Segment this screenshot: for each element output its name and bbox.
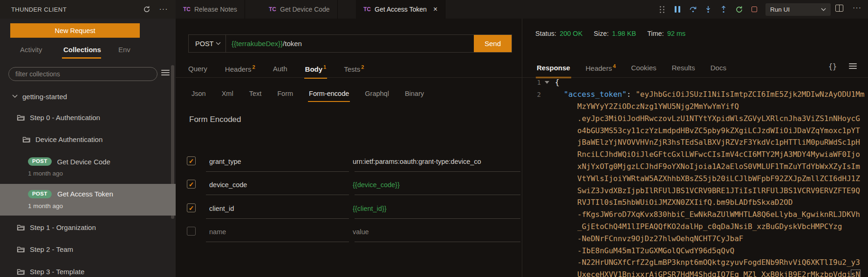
tab-release-notes[interactable]: TC Release Notes bbox=[176, 0, 245, 19]
checkbox-checked[interactable]: ✓ bbox=[187, 203, 196, 212]
headers-count-badge: 4 bbox=[613, 63, 615, 69]
folder-step2-team[interactable]: Step 2 - Team bbox=[0, 242, 176, 256]
folder-device-authentication[interactable]: Device Authentication bbox=[0, 132, 176, 146]
token-text: -N22HrUNGXfCrfZ2gLmBP3knpt6mOQktgzyuvFog… bbox=[577, 258, 860, 267]
folder-step0-authentication[interactable]: Step 0 - Authentication bbox=[0, 110, 176, 124]
tab-auth[interactable]: Auth bbox=[273, 65, 287, 74]
pause-icon[interactable] bbox=[673, 5, 682, 14]
form-key-field[interactable]: client_id bbox=[209, 205, 234, 212]
request-timestamp: 1 month ago bbox=[28, 203, 63, 209]
form-key-field[interactable]: device_code bbox=[209, 181, 247, 189]
tab-binary[interactable]: Binary bbox=[405, 90, 424, 99]
tab-json[interactable]: Json bbox=[191, 90, 206, 99]
restart-icon[interactable] bbox=[735, 5, 743, 14]
token-text: xNjYxOTg0MjgzLCJhdF9oYXNoIjoia1A2aEloS0V… bbox=[577, 162, 860, 171]
step-over-icon[interactable] bbox=[689, 5, 697, 14]
tab-text[interactable]: Text bbox=[249, 90, 262, 99]
request-get-device-code[interactable]: POST Get Device Code bbox=[0, 155, 176, 169]
run-ui-dropdown[interactable]: Run UI bbox=[765, 3, 831, 16]
tab-form-encode[interactable]: Form-encode bbox=[309, 90, 349, 99]
size-label: Size: bbox=[594, 30, 608, 37]
form-key-field[interactable]: grant_type bbox=[209, 158, 241, 165]
token-text: _GjEtoChQ4M1lIPEAQQfKO2dalHp_c0qDaJNsiB_… bbox=[577, 222, 842, 231]
sidebar-more-icon[interactable]: ··· bbox=[158, 4, 169, 14]
folder-icon bbox=[17, 246, 25, 253]
code-line: 1 { bbox=[522, 76, 868, 88]
response-body-code: 1 { 2 "access_token": "eyJhbGciOiJSUzI1N… bbox=[522, 76, 868, 277]
close-tab-icon[interactable]: × bbox=[433, 5, 437, 14]
collection-getting-started[interactable]: getting-started bbox=[0, 89, 176, 103]
tab-results[interactable]: Results bbox=[672, 64, 695, 74]
folder-icon bbox=[22, 136, 31, 143]
tab-xml[interactable]: Xml bbox=[222, 90, 233, 99]
form-encoded-heading: Form Encoded bbox=[189, 115, 241, 124]
filter-menu-icon[interactable] bbox=[161, 70, 170, 77]
headers-count-badge: 2 bbox=[253, 64, 255, 70]
response-menu-icon[interactable] bbox=[849, 63, 857, 70]
tab-response[interactable]: Response bbox=[537, 64, 570, 74]
checkbox-unchecked[interactable]: ✓ bbox=[187, 227, 196, 236]
refresh-icon[interactable] bbox=[142, 4, 152, 14]
tab-get-device-code[interactable]: TC Get Device Code bbox=[261, 0, 338, 19]
step-out-icon[interactable] bbox=[719, 5, 728, 14]
top-bar: THUNDER CLIENT ··· TC Release Notes TC G… bbox=[0, 0, 868, 19]
tab-tests[interactable]: Tests2 bbox=[344, 64, 364, 75]
json-key: "access_token" bbox=[564, 90, 627, 99]
field-underline bbox=[355, 218, 520, 219]
form-value-field[interactable]: {{client_id}} bbox=[353, 205, 519, 212]
form-value-field[interactable]: value bbox=[353, 228, 519, 236]
url-input[interactable]: {{terrakubeDex}}/token bbox=[226, 35, 474, 52]
sidebar-tab-env[interactable]: Env bbox=[118, 46, 130, 54]
response-meta: Status: 200 OK Size: 1.98 KB Time: 92 ms bbox=[535, 30, 685, 37]
tab-graphql[interactable]: Graphql bbox=[365, 90, 389, 99]
filter-collections-input[interactable] bbox=[8, 67, 157, 81]
check-icon: ✓ bbox=[189, 205, 194, 211]
split-editor-icon[interactable] bbox=[835, 5, 843, 12]
form-value-field[interactable]: urn:ietf:params:oauth:grant-type:device_… bbox=[353, 158, 519, 165]
method-badge: POST bbox=[28, 157, 52, 166]
chevron-down-icon bbox=[216, 42, 221, 45]
sidebar-tab-activity[interactable]: Activity bbox=[20, 46, 42, 54]
step-into-icon[interactable] bbox=[704, 5, 712, 14]
new-request-button[interactable]: New Request bbox=[10, 23, 140, 38]
folder-step1-organization[interactable]: Step 1 - Organization bbox=[0, 220, 176, 234]
tab-response-headers[interactable]: Headers4 bbox=[586, 63, 616, 74]
request-panel: POST {{terrakubeDex}}/token Send Query H… bbox=[176, 19, 522, 277]
line-number: 1 bbox=[527, 79, 541, 86]
editor-more-icon[interactable]: ··· bbox=[853, 4, 861, 12]
token-text: .eyJpc3MiOiJodHRwczovLzU1NTYtYXpidWlsZGV… bbox=[577, 114, 860, 123]
folder-icon bbox=[17, 268, 25, 275]
format-json-icon[interactable]: {} bbox=[828, 62, 837, 71]
request-timestamp: 1 month ago bbox=[28, 170, 63, 177]
response-actions: {} bbox=[828, 62, 857, 71]
tab-docs[interactable]: Docs bbox=[711, 64, 726, 74]
send-button[interactable]: Send bbox=[474, 35, 512, 52]
check-icon: ✓ bbox=[189, 158, 194, 164]
tab-body[interactable]: Body1 bbox=[305, 64, 327, 75]
form-row-empty: ✓ name value bbox=[187, 224, 520, 242]
sidebar-tab-collections[interactable]: Collections bbox=[63, 46, 101, 54]
form-value-field[interactable]: {{device_code}} bbox=[353, 181, 519, 189]
token-text: RVJTIl0sIm5hbWUiOiJMZXN0ZXIifQ.bm9bLADfb… bbox=[577, 198, 793, 207]
form-row-grant-type: ✓ grant_type urn:ietf:params:oauth:grant… bbox=[187, 154, 520, 172]
tab-headers[interactable]: Headers2 bbox=[225, 64, 255, 75]
checkbox-checked[interactable]: ✓ bbox=[187, 180, 196, 189]
token-text: SwiZ3JvdXBzIjpbIlRFUlJBS1VCRV9BRE1JTiIsI… bbox=[577, 186, 860, 195]
drag-grip-icon[interactable] bbox=[658, 5, 666, 14]
method-select[interactable]: POST bbox=[189, 35, 226, 52]
tab-form[interactable]: Form bbox=[277, 90, 293, 99]
checkbox-checked[interactable]: ✓ bbox=[187, 156, 196, 165]
stop-icon[interactable] bbox=[750, 5, 759, 14]
request-get-access-token-selected[interactable]: POST Get Access Token 1 month ago bbox=[0, 184, 176, 216]
response-tabs: Response Headers4 Cookies Results Docs bbox=[537, 61, 726, 75]
size-value: 1.98 KB bbox=[612, 30, 636, 37]
tab-cookies[interactable]: Cookies bbox=[631, 64, 656, 74]
folder-step3-template[interactable]: Step 3 - Template bbox=[0, 264, 176, 277]
tab-get-access-token[interactable]: TC Get Access Token × bbox=[356, 0, 445, 19]
form-key-field[interactable]: name bbox=[209, 228, 226, 236]
active-tab-underline bbox=[62, 57, 101, 59]
status-value: 200 OK bbox=[560, 30, 582, 37]
fold-arrow-icon[interactable] bbox=[545, 81, 549, 84]
tab-query[interactable]: Query bbox=[188, 65, 207, 74]
token-text: -IbE8nGuM45m1T2uGXMGolQCwdY96d5qQvQ bbox=[577, 246, 734, 255]
